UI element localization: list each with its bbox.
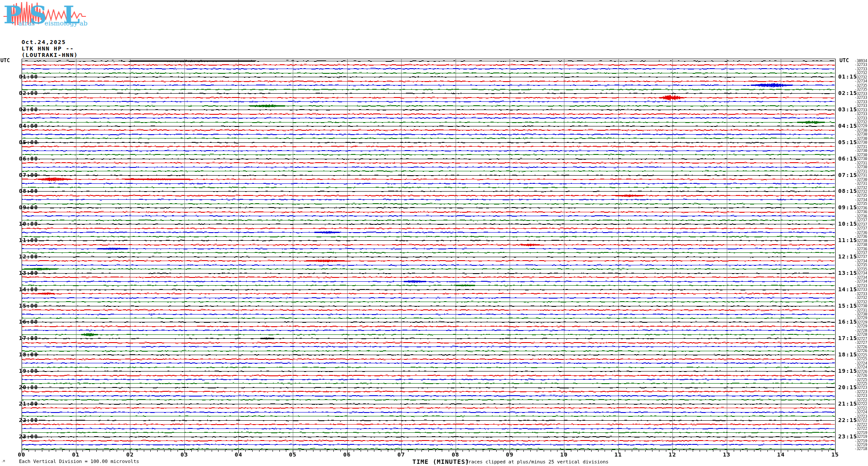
trace-offset-value: -32733 [854, 288, 867, 292]
trace-offset-value: -32736 [854, 206, 867, 210]
left-hour-label: 18:00 [16, 352, 38, 358]
trace-offset-value: -32728 [854, 333, 867, 337]
x-axis-title: TIME (MINUTES) [412, 459, 469, 465]
left-hour-label: 03:00 [16, 107, 38, 113]
trace-offset-value: -32733 [854, 292, 867, 296]
trace-offset-value: -32732 [854, 71, 867, 75]
trace-offset-value: -32732 [854, 186, 867, 190]
trace-offset-value: -32733 [854, 67, 867, 71]
trace-offset-value: -32727 [854, 337, 867, 341]
left-hour-label: 22:00 [16, 417, 38, 423]
trace-offset-value: -32738 [854, 243, 867, 247]
trace-offset-value: -32726 [854, 370, 867, 374]
minute-tick-label: 03 [176, 452, 193, 458]
trace-offset-value: -32731 [854, 182, 867, 186]
left-hour-label: 14:00 [16, 287, 38, 293]
utc-label-left: UTC [0, 58, 10, 63]
minute-tick-label: 12 [664, 452, 681, 458]
minute-tick-label: 00 [13, 452, 30, 458]
trace-offset-value: -32733 [854, 63, 867, 67]
trace-offset-value: -32730 [854, 178, 867, 182]
trace-offset-value: -32737 [854, 218, 867, 222]
left-hour-label: 16:00 [16, 319, 38, 325]
trace-offset-value: -32730 [854, 153, 867, 157]
left-hour-label: 12:00 [16, 254, 38, 260]
trace-offset-value: -32727 [854, 341, 867, 345]
left-hour-label: 02:00 [16, 90, 38, 96]
trace-offset-value: -32737 [854, 223, 867, 227]
trace-offset-value: -32730 [854, 165, 867, 169]
corner-mark: .M [1, 460, 5, 463]
trace-offset-value: -32725 [854, 357, 867, 361]
trace-offset-value: -32735 [854, 84, 867, 88]
trace-offset-value: -32730 [854, 157, 867, 161]
minute-tick-label: 07 [393, 452, 410, 458]
trace-offset-value: -32732 [854, 120, 867, 124]
trace-offset-value: -32723 [854, 394, 867, 398]
trace-offset-value: -32732 [854, 296, 867, 300]
minute-tick-label: 06 [339, 452, 356, 458]
trace-offset-value: -32722 [854, 406, 867, 410]
trace-offset-value: -32730 [854, 137, 867, 141]
trace-offset-value: -32737 [854, 227, 867, 230]
trace-offset-value: -32719 [854, 431, 867, 435]
trace-offset-value: -32736 [854, 235, 867, 239]
minute-tick-label: 11 [610, 452, 627, 458]
trace-offset-value: -38934 [854, 59, 867, 63]
trace-offset-value: -32722 [854, 398, 867, 402]
trace-offset-value: -32733 [854, 92, 867, 96]
trace-offset-value: -32730 [854, 141, 867, 145]
minute-tick-label: 13 [718, 452, 735, 458]
utc-label-right: UTC [839, 58, 849, 63]
trace-offset-value: -32730 [854, 149, 867, 153]
minute-tick-label: 08 [447, 452, 464, 458]
trace-offset-value: -32737 [854, 255, 867, 259]
left-hour-label: 08:00 [16, 188, 38, 194]
left-hour-label: 06:00 [16, 156, 38, 162]
trace-offset-value: -32733 [854, 100, 867, 104]
trace-offset-value: -32732 [854, 300, 867, 304]
left-hour-label: 13:00 [16, 270, 38, 276]
trace-offset-value: -32732 [854, 190, 867, 194]
left-hour-label: 10:00 [16, 221, 38, 227]
left-hour-label: 05:00 [16, 139, 38, 145]
trace-offset-value: -32729 [854, 316, 867, 320]
trace-offset-value: -32731 [854, 170, 867, 173]
minute-tick-label: 02 [121, 452, 139, 458]
trace-offset-value: -32733 [854, 116, 867, 120]
left-hour-label: 04:00 [16, 123, 38, 129]
left-hour-label: 09:00 [16, 205, 38, 211]
trace-offset-value: -32722 [854, 427, 867, 431]
trace-offset-value: -32723 [854, 390, 867, 394]
trace-offset-value: -32736 [854, 210, 867, 214]
trace-offset-value: -32735 [854, 194, 867, 198]
trace-offset-value: -32733 [854, 112, 867, 116]
left-hour-label: 11:00 [16, 237, 38, 243]
left-hour-label: 01:00 [16, 74, 38, 80]
trace-offset-value: -32719 [854, 435, 867, 439]
trace-offset-value: -32731 [854, 309, 867, 312]
clip-note: Traces clipped at plus/minus 25 vertical… [466, 460, 608, 465]
scale-note: Each Vertical Division = 100.00 microvol… [19, 459, 139, 464]
trace-offset-value: -32735 [854, 88, 867, 91]
trace-offset-value: -32726 [854, 349, 867, 353]
trace-offset-value: -32722 [854, 402, 867, 406]
minute-tick-label: 14 [772, 452, 789, 458]
trace-offset-value: -32733 [854, 284, 867, 288]
trace-offset-value: -32734 [854, 280, 867, 283]
trace-offset-value: -32723 [854, 415, 867, 419]
trace-offset-value: -32736 [854, 247, 867, 251]
left-hour-label: 17:00 [16, 335, 38, 341]
trace-offset-value: -32726 [854, 345, 867, 349]
trace-offset-value: -32725 [854, 382, 867, 386]
minute-tick-label: 05 [284, 452, 301, 458]
trace-offset-value: -32729 [854, 321, 867, 324]
trace-offset-value: -32730 [854, 312, 867, 316]
trace-offset-value: -32734 [854, 79, 867, 83]
trace-offset-value: -32730 [854, 304, 867, 308]
trace-offset-value: -32723 [854, 386, 867, 390]
trace-offset-value: -32733 [854, 108, 867, 112]
trace-offset-value: -32729 [854, 124, 867, 128]
trace-offset-value: -32718 [854, 447, 867, 451]
trace-offset-value: -32734 [854, 198, 867, 202]
